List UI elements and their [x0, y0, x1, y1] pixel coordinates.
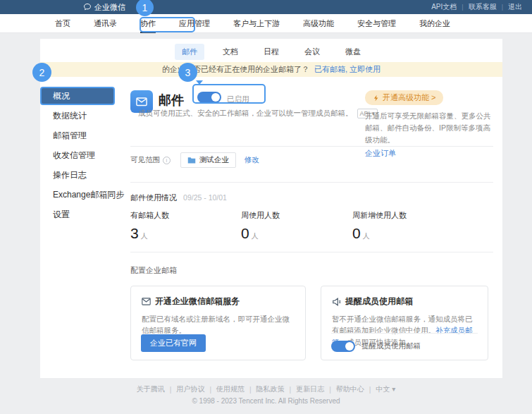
stat-value: 0人 — [241, 225, 280, 242]
nav-item-my-company[interactable]: 我的企业 — [419, 14, 450, 33]
sidebar-item-exchange-sync[interactable]: Exchange邮箱同步 — [40, 185, 119, 204]
config-section-title: 配置企业邮箱 — [130, 265, 177, 276]
premium-section: 开通高级功能 > 开通后可享受无限邮箱容量、更多公共邮箱、邮件自动备份、IP限制… — [365, 90, 496, 159]
tab-meeting[interactable]: 会议 — [297, 44, 327, 60]
card1-description: 配置已有域名或注册新域名，即可开通企业微信邮箱服务。 — [142, 313, 295, 336]
topbar-links: API文档 | 联系客服 | 退出 — [431, 0, 522, 14]
topbar-link-logout[interactable]: 退出 — [508, 2, 522, 12]
sidebar: 概况 数据统计 邮箱管理 收发信管理 操作日志 Exchange邮箱同步 设置 — [40, 87, 119, 225]
tab-calendar[interactable]: 日程 — [256, 44, 286, 60]
footer-link-help-center[interactable]: 帮助中心 — [336, 384, 364, 394]
stat-number: 3 — [130, 225, 139, 241]
scope-org-chip[interactable]: 测试企业 — [180, 152, 236, 168]
topbar-link-api-docs[interactable]: API文档 — [431, 2, 457, 12]
separator: | — [462, 4, 463, 11]
chat-bubble-icon — [83, 3, 92, 11]
card2-title: 提醒成员使用邮箱 — [345, 296, 413, 308]
remind-toggle-row: 提醒成员使用邮箱 — [331, 341, 421, 352]
stat-label: 周新增使用人数 — [352, 210, 407, 221]
divider — [130, 252, 493, 252]
notice-use-existing-mailbox-link[interactable]: 已有邮箱, 立即使用 — [314, 65, 381, 73]
divider — [130, 182, 493, 183]
nav-item-advanced-features[interactable]: 高级功能 — [303, 14, 334, 33]
scope-edit-link[interactable]: 修改 — [245, 155, 259, 165]
megaphone-icon — [332, 298, 341, 306]
stat-number: 0 — [352, 225, 361, 241]
top-bar: 企业微信 API文档 | 联系客服 | 退出 — [0, 0, 532, 14]
footer-link-changelog[interactable]: 更新日志 — [296, 384, 324, 394]
footer-link-usage-guidelines[interactable]: 使用规范 — [216, 384, 245, 394]
footer-language-selector[interactable]: 中文 ▾ — [376, 384, 395, 394]
primary-nav: 首页 通讯录 协作 应用管理 客户与上下游 高级功能 安全与管理 我的企业 — [0, 14, 532, 33]
stat-value: 3人 — [130, 225, 169, 242]
topbar-link-contact-support[interactable]: 联系客服 — [469, 2, 497, 12]
sidebar-item-statistics[interactable]: 数据统计 — [40, 106, 119, 125]
separator: | — [329, 386, 331, 394]
card1-title-row: 开通企业微信邮箱服务 — [142, 296, 295, 308]
scope-org-name: 测试企业 — [199, 155, 229, 165]
app-logo-label: 企业微信 — [94, 2, 125, 13]
envelope-outline-icon — [142, 298, 151, 305]
remind-members-toggle[interactable] — [331, 341, 355, 352]
company-has-website-button[interactable]: 企业已有官网 — [141, 334, 206, 352]
notice-banner: 的企业是否已经有正在使用的企业邮箱了？ 已有邮箱, 立即使用 — [40, 62, 502, 77]
usage-title-text: 邮件使用情况 — [130, 193, 177, 202]
sidebar-item-send-receive-management[interactable]: 收发信管理 — [40, 146, 119, 164]
tab-mail[interactable]: 邮件 — [175, 44, 204, 60]
card2-title-row: 提醒成员使用邮箱 — [332, 296, 477, 308]
nav-item-security-management[interactable]: 安全与管理 — [357, 14, 396, 33]
usage-period: 09/25 - 10/01 — [183, 193, 227, 202]
stat-unit: 人 — [141, 232, 148, 240]
footer: 关于腾讯| 用户协议| 使用规范| 隐私政策| 更新日志| 帮助中心| 中文 ▾… — [0, 384, 532, 405]
card1-title: 开通企业微信邮箱服务 — [155, 296, 240, 308]
sidebar-item-mailbox-management[interactable]: 邮箱管理 — [40, 126, 119, 145]
annotation-step-2-badge: 2 — [32, 63, 51, 82]
footer-link-about-tencent[interactable]: 关于腾讯 — [137, 384, 165, 394]
mail-title: 邮件 — [159, 92, 184, 109]
stat-unit: 人 — [252, 232, 259, 240]
annotation-step-1-highlight — [140, 17, 195, 32]
premium-description: 开通后可享受无限邮箱容量、更多公共邮箱、邮件自动备份、IP限制等多项高级功能。 — [365, 110, 496, 145]
annotation-step-3-pointer — [196, 80, 203, 85]
annotation-step-3-badge: 3 — [178, 63, 197, 82]
app-logo[interactable]: 企业微信 — [83, 0, 125, 14]
nav-item-home[interactable]: 首页 — [55, 14, 70, 33]
annotation-step-3-highlight — [192, 84, 266, 104]
divider — [130, 146, 493, 147]
divider — [331, 333, 478, 334]
footer-link-user-agreement[interactable]: 用户协议 — [176, 384, 204, 394]
mail-description: 成员可使用正式、安全的工作邮箱，企业可以统一管理成员邮箱。API ▾ — [138, 109, 378, 118]
nav-item-contacts[interactable]: 通讯录 — [94, 14, 117, 33]
sidebar-item-operation-log[interactable]: 操作日志 — [40, 166, 119, 184]
folder-icon — [187, 157, 196, 164]
stat-weekly-active: 周使用人数 0人 — [241, 210, 280, 242]
separator: | — [209, 386, 211, 394]
card-remind-members: 提醒成员使用邮箱 暂不开通企业微信邮箱服务，通知成员将已有邮箱添加到企业微信中使… — [321, 286, 488, 360]
usage-section-title: 邮件使用情况 09/25 - 10/01 — [130, 193, 227, 203]
stat-unit: 人 — [363, 232, 370, 240]
footer-links: 关于腾讯| 用户协议| 使用规范| 隐私政策| 更新日志| 帮助中心| 中文 ▾ — [0, 384, 532, 394]
visible-scope-row: 可见范围 i 测试企业 修改 — [130, 152, 259, 168]
sidebar-item-settings[interactable]: 设置 — [40, 205, 119, 224]
enable-premium-button[interactable]: 开通高级功能 > — [365, 90, 443, 105]
stat-number: 0 — [241, 225, 249, 241]
separator: | — [170, 386, 172, 394]
separator: | — [369, 386, 371, 394]
module-tabs: 邮件 文档 日程 会议 微盘 — [40, 44, 502, 60]
separator: | — [290, 386, 292, 394]
envelope-icon — [135, 95, 149, 109]
info-icon[interactable]: i — [163, 157, 171, 164]
stat-label: 有邮箱人数 — [130, 210, 169, 221]
sidebar-item-overview[interactable]: 概况 — [40, 87, 115, 105]
main-panel: 邮件 文档 日程 会议 微盘 的企业是否已经有正在使用的企业邮箱了？ 已有邮箱,… — [40, 39, 502, 378]
separator: | — [502, 4, 503, 11]
tab-drive[interactable]: 微盘 — [338, 44, 368, 60]
copyright: © 1998 - 2023 Tencent Inc. All Rights Re… — [0, 397, 532, 405]
stat-value: 0人 — [352, 225, 407, 242]
nav-item-customers[interactable]: 客户与上下游 — [233, 14, 280, 33]
footer-link-privacy-policy[interactable]: 隐私政策 — [256, 384, 285, 394]
admin-console-screen: 企业微信 API文档 | 联系客服 | 退出 首页 通讯录 协作 应用管理 客户… — [0, 0, 532, 414]
visible-scope-label: 可见范围 — [130, 155, 160, 165]
enterprise-orders-link[interactable]: 企业订单 — [365, 148, 396, 159]
tab-docs[interactable]: 文档 — [216, 44, 245, 60]
